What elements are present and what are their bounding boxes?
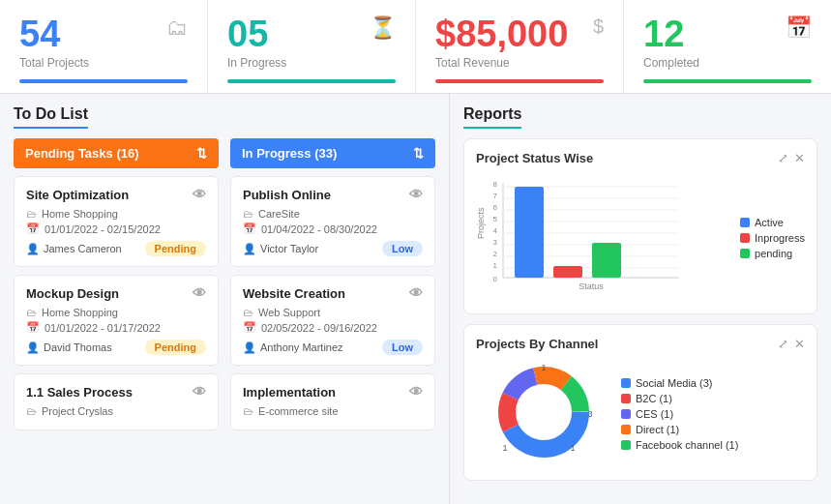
badge-mockup: Pending	[145, 340, 206, 355]
task-title-website: Website Creation 👁	[243, 285, 423, 301]
svg-rect-20	[515, 187, 544, 278]
folder-icon-task2: 🗁	[26, 307, 37, 318]
badge-publish: Low	[382, 241, 423, 256]
task-footer-mockup: 👤 David Thomas Pending	[26, 340, 206, 355]
eye-icon-publish[interactable]: 👁	[409, 187, 423, 202]
sort-icon-pending[interactable]: ⇅	[196, 146, 207, 161]
close-icon-donut-chart[interactable]: ✕	[794, 337, 805, 351]
legend-pending: pending	[740, 248, 805, 259]
legend-label-pending: pending	[755, 248, 792, 259]
svg-point-29	[522, 391, 565, 433]
folder-icon-task5: 🗁	[243, 307, 253, 318]
todo-section-title: To Do List	[14, 105, 88, 129]
legend-label-active: Active	[755, 217, 784, 228]
stat-in-progress: 05 In Progress ⏳	[208, 0, 416, 93]
task-dates-site-opt: 📅 01/01/2022 - 02/15/2022	[26, 222, 206, 235]
svg-text:1: 1	[570, 443, 575, 453]
task-title-impl: Implementation 👁	[243, 384, 423, 400]
task-assignee-website: 👤 Anthony Martinez	[243, 341, 343, 354]
task-dates-website: 📅 02/05/2022 - 09/16/2022	[243, 321, 423, 334]
stat-number-total-revenue: $85,000	[435, 15, 604, 52]
legend-direct: Direct (1)	[621, 424, 738, 435]
donut-svg-wrap: 1 3 1 1	[476, 359, 611, 468]
main-layout: To Do List Pending Tasks (16) ⇅ Site Opt…	[0, 94, 831, 504]
donut-chart-title: Projects By Channel	[476, 337, 598, 351]
eye-icon-site-opt[interactable]: 👁	[193, 187, 206, 202]
task-title-site-optimization: Site Optimization 👁	[26, 187, 206, 202]
inprogress-col-label: In Progress (33)	[242, 146, 337, 161]
legend-ces: CES (1)	[621, 408, 738, 420]
task-assignee-site-opt: 👤 James Cameron	[26, 243, 122, 255]
folder-icon-task: 🗁	[26, 208, 37, 220]
close-icon-bar-chart[interactable]: ✕	[794, 151, 805, 165]
bar-chart-header: Project Status Wise ⤢ ✕	[476, 151, 805, 165]
person-icon5: 👤	[243, 341, 256, 354]
left-panel: To Do List Pending Tasks (16) ⇅ Site Opt…	[0, 94, 450, 504]
eye-icon-sales[interactable]: 👁	[193, 384, 206, 400]
expand-icon[interactable]: ⤢	[778, 151, 788, 165]
legend-label-social: Social Media (3)	[636, 377, 712, 389]
task-assignee-publish: 👤 Victor Taylor	[243, 243, 318, 255]
legend-label-b2c: B2C (1)	[636, 393, 672, 404]
stat-label-total-projects: Total Projects	[19, 56, 188, 70]
sort-icon-inprogress[interactable]: ⇅	[413, 146, 424, 161]
calendar-icon-task: 📅	[26, 222, 40, 235]
legend-b2c: B2C (1)	[621, 393, 738, 404]
legend-label-facebook: Facebook channel (1)	[636, 439, 738, 451]
badge-site-opt: Pending	[145, 241, 206, 256]
calendar-icon-task2: 📅	[26, 321, 40, 334]
pending-column: Pending Tasks (16) ⇅ Site Optimization 👁…	[14, 138, 219, 438]
task-card-sales-process: 1.1 Sales Process 👁 🗁 Project Cryslas	[14, 373, 219, 430]
legend-facebook: Facebook channel (1)	[621, 439, 738, 451]
eye-icon-mockup[interactable]: 👁	[193, 285, 206, 301]
legend-inprogress: Inprogress	[740, 232, 805, 244]
svg-rect-21	[553, 266, 582, 278]
stat-label-in-progress: In Progress	[227, 56, 396, 70]
legend-social-media: Social Media (3)	[621, 377, 738, 389]
task-title-publish: Publish Online 👁	[243, 187, 423, 202]
person-icon: 👤	[26, 243, 40, 255]
task-dates-publish: 📅 01/04/2022 - 08/30/2022	[243, 222, 423, 235]
legend-label-direct: Direct (1)	[636, 424, 679, 435]
task-card-website-creation: Website Creation 👁 🗁 Web Support 📅 02/05…	[230, 275, 435, 366]
eye-icon-website[interactable]: 👁	[409, 285, 423, 301]
task-project-site-opt: 🗁 Home Shopping	[26, 208, 206, 220]
person-icon2: 👤	[26, 341, 40, 354]
donut-chart-header: Projects By Channel ⤢ ✕	[476, 337, 805, 351]
task-project-publish: 🗁 CareSite	[243, 208, 423, 220]
task-dates-mockup: 📅 01/01/2022 - 01/17/2022	[26, 321, 206, 334]
person-icon4: 👤	[243, 243, 256, 255]
svg-text:2: 2	[493, 250, 498, 258]
donut-chart-card: Projects By Channel ⤢ ✕	[463, 324, 817, 481]
svg-text:6: 6	[493, 203, 498, 212]
task-project-sales: 🗁 Project Cryslas	[26, 405, 206, 417]
task-title-sales: 1.1 Sales Process 👁	[26, 384, 206, 400]
legend-dot-social	[621, 378, 631, 388]
stat-total-projects: 54 Total Projects 🗂	[0, 0, 208, 93]
stat-label-total-revenue: Total Revenue	[435, 56, 604, 70]
task-card-implementation: Implementation 👁 🗁 E-commerce site	[230, 373, 435, 430]
svg-text:1: 1	[541, 363, 546, 372]
svg-text:3: 3	[587, 409, 592, 419]
folder-icon: 🗂	[166, 15, 188, 41]
task-footer-publish: 👤 Victor Taylor Low	[243, 241, 423, 256]
task-project-impl: 🗁 E-commerce site	[243, 405, 423, 417]
inprogress-column: In Progress (33) ⇅ Publish Online 👁 🗁 Ca…	[230, 138, 435, 438]
calendar-icon-task4: 📅	[243, 222, 256, 235]
task-project-mockup: 🗁 Home Shopping	[26, 307, 206, 318]
reports-section-title: Reports	[463, 105, 521, 129]
folder-icon-task6: 🗁	[243, 405, 253, 417]
stat-bar-total-revenue	[435, 79, 604, 83]
legend-dot-direct	[621, 425, 631, 434]
pending-col-header: Pending Tasks (16) ⇅	[14, 138, 219, 168]
legend-dot-inprogress	[740, 233, 750, 243]
stats-bar: 54 Total Projects 🗂 05 In Progress ⏳ $85…	[0, 0, 831, 94]
eye-icon-impl[interactable]: 👁	[409, 384, 423, 400]
legend-label-inprogress: Inprogress	[755, 232, 805, 244]
legend-dot-b2c	[621, 394, 631, 403]
svg-text:1: 1	[493, 261, 498, 270]
hourglass-icon: ⏳	[370, 15, 396, 41]
stat-total-revenue: $85,000 Total Revenue $	[416, 0, 624, 93]
badge-website: Low	[382, 340, 423, 355]
expand-icon-donut[interactable]: ⤢	[778, 337, 788, 351]
